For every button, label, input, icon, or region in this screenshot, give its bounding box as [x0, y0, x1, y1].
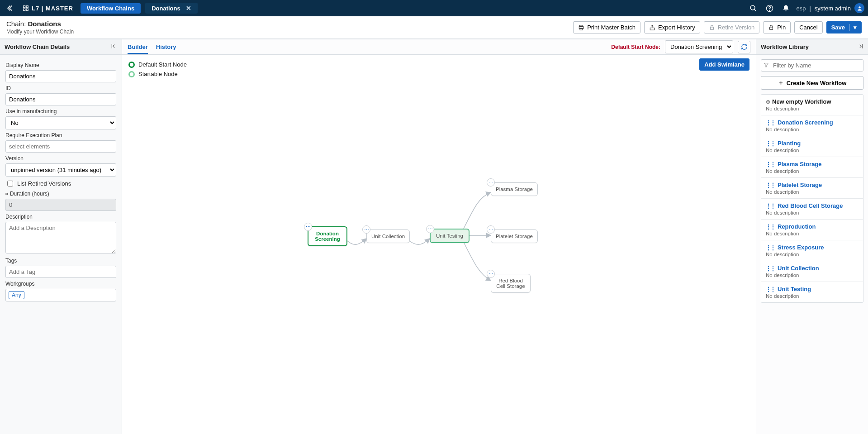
right-panel-title: Workflow Library: [761, 43, 809, 50]
workflow-library-item[interactable]: ⋮⋮Donation ScreeningNo description: [761, 115, 863, 136]
node-menu-icon[interactable]: ⋯: [487, 178, 495, 186]
svg-marker-17: [764, 63, 768, 67]
page-title: Chain: Donations: [6, 20, 74, 28]
pin-button[interactable]: Pin: [763, 21, 791, 33]
workgroup-tag-any[interactable]: Any: [9, 291, 24, 299]
workflow-item-name: ⊕New empty Workflow: [766, 98, 859, 105]
workflow-library-item[interactable]: ⋮⋮Red Blood Cell StorageNo description: [761, 199, 863, 220]
drag-handle-icon: ⋮⋮: [766, 120, 775, 126]
cancel-button[interactable]: Cancel: [794, 21, 822, 33]
description-input[interactable]: [5, 222, 116, 253]
drag-handle-icon: ⋮⋮: [766, 244, 775, 251]
workflow-library-item[interactable]: ⋮⋮Stress ExposureNo description: [761, 240, 863, 261]
node-menu-icon[interactable]: ⋯: [426, 225, 434, 233]
workflow-item-desc: No description: [766, 106, 859, 111]
retire-label: Retire Version: [718, 24, 755, 31]
filter-input[interactable]: [761, 59, 863, 72]
workflow-library-item[interactable]: ⊕New empty WorkflowNo description: [761, 95, 863, 115]
node-menu-icon[interactable]: ⋯: [487, 270, 495, 278]
left-panel-title: Workflow Chain Details: [5, 43, 70, 50]
node-unit-collection[interactable]: ⋯ Unit Collection: [366, 229, 410, 243]
workflow-library-item[interactable]: ⋮⋮Platelet StorageNo description: [761, 178, 863, 199]
export-history-button[interactable]: Export History: [644, 21, 700, 33]
workflow-item-desc: No description: [766, 231, 859, 236]
brand-text: L7 | MASTER: [32, 5, 73, 12]
workflow-item-name[interactable]: ⋮⋮Unit Collection: [766, 265, 859, 272]
node-red-blood-cell-storage[interactable]: ⋯ Red Blood Cell Storage: [491, 274, 531, 293]
workflow-library-item[interactable]: ⋮⋮Plasma StorageNo description: [761, 157, 863, 178]
tags-label: Tags: [5, 258, 116, 264]
workflow-library-item[interactable]: ⋮⋮ReproductionNo description: [761, 220, 863, 240]
workflow-item-name[interactable]: ⋮⋮Reproduction: [766, 223, 859, 230]
version-select[interactable]: unpinned version (31 minutes ago): [5, 163, 116, 177]
tags-input[interactable]: [5, 266, 116, 278]
node-platelet-storage[interactable]: ⋯ Platelet Storage: [491, 229, 538, 243]
refresh-icon[interactable]: [738, 41, 750, 53]
use-select[interactable]: No: [5, 116, 116, 129]
drag-handle-icon: ⋮⋮: [766, 161, 775, 167]
node-menu-icon[interactable]: ⋯: [362, 225, 370, 234]
exec-input[interactable]: [5, 140, 116, 153]
node-plasma-storage[interactable]: ⋯ Plasma Storage: [491, 182, 538, 196]
save-button[interactable]: Save ▾: [826, 21, 862, 33]
tab-donations[interactable]: Donations ✕: [145, 3, 198, 14]
duration-label: ≈ Duration (hours): [5, 191, 116, 197]
close-icon[interactable]: ✕: [186, 5, 191, 12]
workflow-item-name[interactable]: ⋮⋮Red Blood Cell Storage: [766, 202, 859, 209]
tab-workflow-chains[interactable]: Workflow Chains: [81, 3, 141, 14]
drag-handle-icon: ⋮⋮: [766, 203, 775, 209]
tab-history[interactable]: History: [156, 43, 176, 54]
svg-rect-2: [24, 9, 25, 10]
exec-label: Require Execution Plan: [5, 132, 116, 139]
workflow-item-name[interactable]: ⋮⋮Platelet Storage: [766, 182, 859, 188]
workflow-library-item[interactable]: ⋮⋮Unit CollectionNo description: [761, 261, 863, 282]
workflow-canvas[interactable]: ⋯ Donation Screening ⋯ Unit Collection ⋯…: [122, 57, 756, 434]
node-unit-testing[interactable]: ⋯ Unit Testing: [430, 229, 470, 243]
svg-rect-0: [24, 6, 25, 8]
id-input[interactable]: [5, 93, 116, 105]
workflow-item-desc: No description: [766, 293, 859, 299]
save-label: Save: [831, 24, 845, 31]
workflow-item-name[interactable]: ⋮⋮Plasma Storage: [766, 161, 859, 167]
help-icon[interactable]: [764, 2, 775, 14]
workflow-item-name[interactable]: ⋮⋮Donation Screening: [766, 119, 859, 126]
workgroups-input[interactable]: Any: [5, 289, 116, 301]
svg-line-5: [754, 9, 756, 11]
workflow-item-desc: No description: [766, 168, 859, 174]
version-label: Version: [5, 155, 116, 162]
workflow-item-name[interactable]: ⋮⋮Planting: [766, 140, 859, 147]
bell-icon[interactable]: [780, 2, 792, 14]
print-label: Print Master Batch: [587, 24, 636, 31]
svg-point-4: [750, 5, 755, 10]
workflow-item-desc: No description: [766, 252, 859, 257]
default-start-node-select[interactable]: Donation Screening: [665, 40, 733, 53]
id-label: ID: [5, 85, 116, 91]
display-name-input[interactable]: [5, 70, 116, 82]
language-label[interactable]: esp: [796, 5, 806, 12]
collapse-right-icon[interactable]: [857, 43, 863, 51]
back-button[interactable]: [4, 2, 15, 14]
export-label: Export History: [658, 24, 695, 31]
collapse-left-icon[interactable]: [111, 43, 117, 51]
workflow-library-item[interactable]: ⋮⋮Unit TestingNo description: [761, 282, 863, 302]
print-master-batch-button[interactable]: Print Master Batch: [573, 21, 640, 33]
workflow-item-name[interactable]: ⋮⋮Unit Testing: [766, 286, 859, 292]
page-title-name: Donations: [28, 20, 61, 28]
workflow-library-item[interactable]: ⋮⋮PlantingNo description: [761, 136, 863, 157]
user-name[interactable]: system admin: [815, 5, 851, 12]
retire-version-button: Retire Version: [704, 21, 760, 33]
workflow-item-desc: No description: [766, 272, 859, 278]
workflow-item-name[interactable]: ⋮⋮Stress Exposure: [766, 244, 859, 251]
create-workflow-button[interactable]: ＋ Create New Workflow: [761, 76, 863, 90]
node-menu-icon[interactable]: ⋯: [304, 223, 312, 231]
node-donation-screening[interactable]: ⋯ Donation Screening: [308, 226, 347, 246]
chevron-down-icon[interactable]: ▾: [849, 24, 857, 31]
svg-rect-14: [770, 27, 773, 29]
tab-builder[interactable]: Builder: [128, 43, 148, 54]
retired-checkbox[interactable]: [7, 181, 13, 186]
search-icon[interactable]: [747, 2, 759, 14]
display-name-label: Display Name: [5, 62, 116, 68]
node-menu-icon[interactable]: ⋯: [487, 225, 495, 234]
brand-logo: L7 | MASTER: [20, 5, 76, 12]
avatar[interactable]: [854, 3, 864, 13]
